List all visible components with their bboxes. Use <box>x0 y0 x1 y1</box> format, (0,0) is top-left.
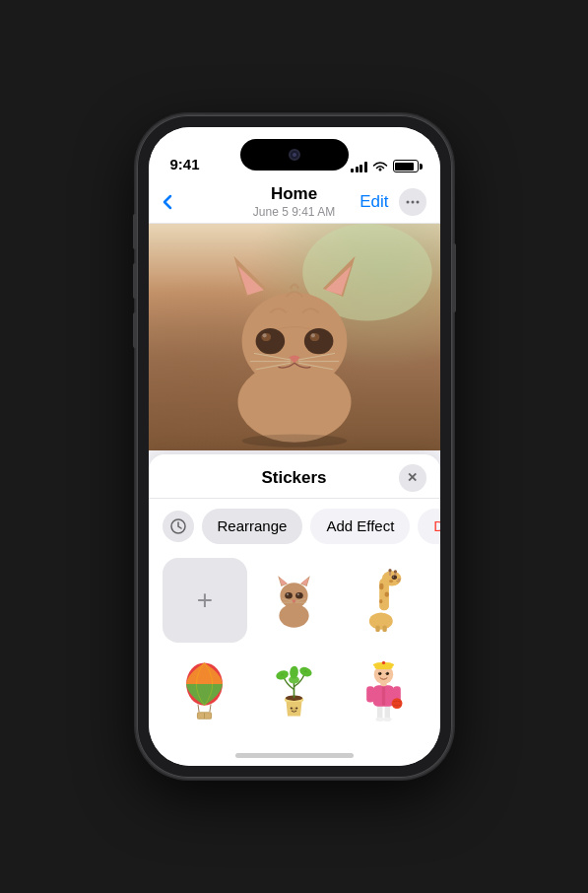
svg-point-45 <box>379 599 382 603</box>
stickers-panel: Stickers ✕ Rea <box>149 454 440 766</box>
giraffe-sticker-image <box>352 568 416 632</box>
svg-point-89 <box>378 672 379 673</box>
front-camera <box>289 149 300 161</box>
nav-bar: Home June 5 9:41 AM Edit <box>149 180 440 224</box>
svg-point-46 <box>382 572 402 586</box>
balloon-sticker-image <box>172 657 236 721</box>
rearrange-button[interactable]: Rearrange <box>202 509 303 544</box>
action-row: Rearrange Add Effect Delete <box>149 499 440 554</box>
svg-point-49 <box>388 570 391 573</box>
cat-photo <box>149 224 440 450</box>
svg-point-12 <box>255 328 285 354</box>
phone-screen: 9:41 <box>149 127 440 766</box>
delete-button[interactable]: Delete <box>418 509 439 544</box>
svg-point-69 <box>275 669 290 682</box>
svg-point-16 <box>262 333 266 337</box>
dynamic-island <box>240 139 349 171</box>
giraffe-sticker[interactable] <box>341 558 426 644</box>
svg-point-44 <box>384 592 388 597</box>
svg-point-86 <box>382 661 385 664</box>
cat-sticker[interactable] <box>251 558 337 644</box>
svg-line-59 <box>198 705 199 713</box>
nav-subtitle: June 5 9:41 AM <box>253 205 335 219</box>
delete-label: Delete <box>433 517 439 534</box>
svg-rect-56 <box>375 626 379 633</box>
svg-rect-78 <box>382 686 385 706</box>
svg-point-51 <box>391 576 396 580</box>
stickers-header: Stickers ✕ <box>149 454 440 499</box>
more-button[interactable] <box>399 188 426 216</box>
svg-point-35 <box>295 592 303 599</box>
svg-point-0 <box>406 200 409 203</box>
svg-point-13 <box>303 328 333 354</box>
clock-button[interactable] <box>163 511 194 542</box>
svg-point-52 <box>392 577 394 579</box>
stickers-title: Stickers <box>261 468 326 488</box>
svg-point-55 <box>369 613 393 630</box>
svg-point-90 <box>386 672 387 673</box>
svg-point-81 <box>391 698 402 709</box>
content-area: Stickers ✕ Rea <box>149 224 440 766</box>
plant-sticker[interactable] <box>251 647 337 732</box>
svg-point-75 <box>375 718 384 721</box>
nav-title: Home <box>253 184 335 204</box>
rearrange-label: Rearrange <box>218 517 288 534</box>
svg-point-76 <box>383 718 392 721</box>
svg-point-43 <box>379 584 383 590</box>
cat-sticker-image <box>262 568 326 632</box>
add-effect-button[interactable]: Add Effect <box>310 509 410 544</box>
svg-point-50 <box>393 571 396 574</box>
add-sticker-button[interactable]: + <box>163 558 248 644</box>
svg-point-70 <box>298 665 313 678</box>
add-effect-label: Add Effect <box>326 517 394 534</box>
edit-button[interactable]: Edit <box>359 192 388 212</box>
svg-line-60 <box>210 705 211 713</box>
clock-icon <box>170 518 186 534</box>
svg-point-54 <box>389 580 393 583</box>
nav-title-group: Home June 5 9:41 AM <box>253 184 335 218</box>
wifi-icon <box>372 161 388 172</box>
svg-point-1 <box>411 200 414 203</box>
person-sticker[interactable] <box>341 647 426 732</box>
home-indicator <box>235 753 354 758</box>
svg-point-29 <box>280 584 307 609</box>
svg-point-66 <box>291 708 293 710</box>
svg-point-67 <box>295 708 297 710</box>
plant-sticker-image <box>262 657 326 721</box>
cat-image <box>149 224 440 450</box>
stickers-close-button[interactable]: ✕ <box>399 464 426 492</box>
svg-point-2 <box>416 200 419 203</box>
svg-rect-74 <box>384 705 389 720</box>
battery-icon <box>393 160 419 172</box>
svg-rect-73 <box>377 705 382 720</box>
svg-point-88 <box>385 672 388 675</box>
sticker-grid: + <box>149 554 440 736</box>
svg-point-36 <box>287 593 289 595</box>
svg-point-53 <box>397 579 400 581</box>
status-icons <box>351 160 419 172</box>
svg-rect-79 <box>366 686 374 702</box>
signal-icon <box>351 161 367 172</box>
phone-device: 9:41 <box>137 115 452 778</box>
svg-point-17 <box>310 333 314 337</box>
plus-icon: + <box>197 584 213 616</box>
svg-point-34 <box>285 592 293 599</box>
person-sticker-image <box>352 657 416 721</box>
svg-point-37 <box>297 593 299 595</box>
balloon-sticker[interactable] <box>163 647 248 732</box>
back-button[interactable] <box>163 194 172 210</box>
svg-point-24 <box>241 435 347 447</box>
svg-point-87 <box>378 672 381 675</box>
nav-actions: Edit <box>359 188 425 216</box>
svg-rect-57 <box>382 626 386 633</box>
